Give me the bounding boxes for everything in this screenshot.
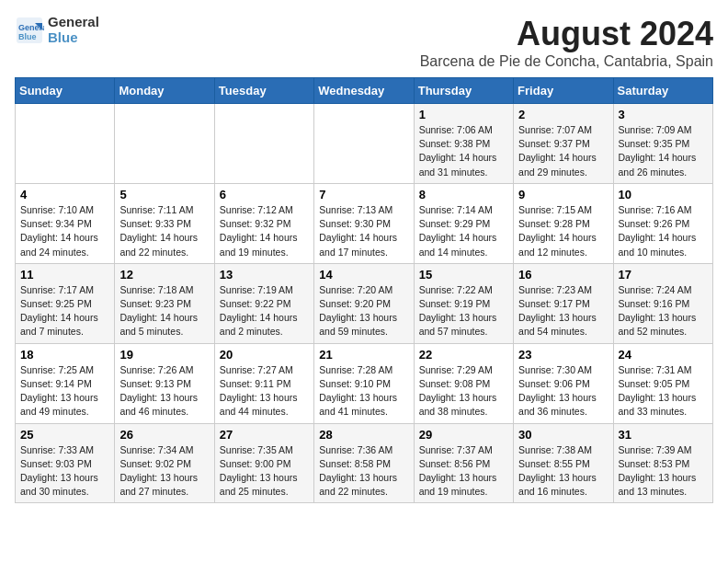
weekday-header-row: SundayMondayTuesdayWednesdayThursdayFrid… — [16, 78, 713, 104]
day-content: Sunrise: 7:09 AM Sunset: 9:35 PM Dayligh… — [619, 123, 708, 179]
day-number: 24 — [619, 348, 708, 362]
calendar-cell: 8Sunrise: 7:14 AM Sunset: 9:29 PM Daylig… — [414, 183, 513, 263]
day-content: Sunrise: 7:06 AM Sunset: 9:38 PM Dayligh… — [419, 123, 508, 179]
day-number: 31 — [619, 428, 708, 442]
day-content: Sunrise: 7:39 AM Sunset: 8:53 PM Dayligh… — [619, 443, 708, 500]
day-number: 13 — [220, 268, 309, 282]
day-content: Sunrise: 7:23 AM Sunset: 9:17 PM Dayligh… — [518, 283, 608, 339]
day-number: 23 — [518, 348, 608, 362]
calendar-week-row: 4Sunrise: 7:10 AM Sunset: 9:34 PM Daylig… — [16, 183, 713, 263]
weekday-header-friday: Friday — [514, 78, 613, 104]
weekday-header-thursday: Thursday — [414, 78, 513, 104]
calendar-cell: 3Sunrise: 7:09 AM Sunset: 9:35 PM Daylig… — [613, 104, 712, 184]
calendar-cell: 14Sunrise: 7:20 AM Sunset: 9:20 PM Dayli… — [314, 263, 414, 343]
day-number: 5 — [119, 188, 209, 201]
logo-text-general: General — [48, 15, 99, 30]
day-number: 14 — [319, 268, 408, 282]
calendar-week-row: 11Sunrise: 7:17 AM Sunset: 9:25 PM Dayli… — [16, 263, 713, 343]
calendar-cell: 5Sunrise: 7:11 AM Sunset: 9:33 PM Daylig… — [115, 183, 214, 263]
calendar-cell: 25Sunrise: 7:33 AM Sunset: 9:03 PM Dayli… — [16, 423, 115, 503]
day-number: 22 — [419, 348, 508, 362]
calendar-week-row: 1Sunrise: 7:06 AM Sunset: 9:38 PM Daylig… — [16, 104, 713, 184]
calendar-cell: 6Sunrise: 7:12 AM Sunset: 9:32 PM Daylig… — [214, 183, 313, 263]
day-content: Sunrise: 7:28 AM Sunset: 9:10 PM Dayligh… — [319, 363, 408, 419]
day-content: Sunrise: 7:25 AM Sunset: 9:14 PM Dayligh… — [20, 363, 109, 419]
day-number: 11 — [20, 268, 109, 282]
day-number: 17 — [619, 268, 708, 282]
page-header: General Blue General Blue August 2024 Ba… — [15, 15, 713, 70]
day-content: Sunrise: 7:37 AM Sunset: 8:56 PM Dayligh… — [419, 443, 508, 500]
calendar-cell: 31Sunrise: 7:39 AM Sunset: 8:53 PM Dayli… — [613, 423, 712, 503]
calendar-table: SundayMondayTuesdayWednesdayThursdayFrid… — [15, 77, 713, 503]
day-content: Sunrise: 7:17 AM Sunset: 9:25 PM Dayligh… — [20, 283, 109, 339]
day-content: Sunrise: 7:13 AM Sunset: 9:30 PM Dayligh… — [319, 203, 408, 259]
day-number: 18 — [20, 348, 109, 362]
calendar-cell: 23Sunrise: 7:30 AM Sunset: 9:06 PM Dayli… — [514, 343, 613, 423]
calendar-cell: 19Sunrise: 7:26 AM Sunset: 9:13 PM Dayli… — [115, 343, 214, 423]
calendar-cell: 4Sunrise: 7:10 AM Sunset: 9:34 PM Daylig… — [16, 183, 115, 263]
calendar-cell — [115, 104, 214, 184]
day-number: 2 — [518, 108, 608, 121]
weekday-header-sunday: Sunday — [16, 78, 115, 104]
weekday-header-saturday: Saturday — [613, 78, 712, 104]
day-number: 7 — [319, 188, 408, 201]
calendar-cell: 1Sunrise: 7:06 AM Sunset: 9:38 PM Daylig… — [414, 104, 513, 184]
calendar-cell: 28Sunrise: 7:36 AM Sunset: 8:58 PM Dayli… — [314, 423, 414, 503]
calendar-cell: 17Sunrise: 7:24 AM Sunset: 9:16 PM Dayli… — [613, 263, 712, 343]
calendar-cell: 11Sunrise: 7:17 AM Sunset: 9:25 PM Dayli… — [16, 263, 115, 343]
day-number: 30 — [518, 428, 608, 442]
day-content: Sunrise: 7:12 AM Sunset: 9:32 PM Dayligh… — [220, 203, 309, 259]
day-number: 28 — [319, 428, 408, 442]
calendar-week-row: 18Sunrise: 7:25 AM Sunset: 9:14 PM Dayli… — [16, 343, 713, 423]
calendar-cell: 15Sunrise: 7:22 AM Sunset: 9:19 PM Dayli… — [414, 263, 513, 343]
calendar-cell: 26Sunrise: 7:34 AM Sunset: 9:02 PM Dayli… — [115, 423, 214, 503]
calendar-cell — [16, 104, 115, 184]
day-number: 27 — [220, 428, 309, 442]
weekday-header-tuesday: Tuesday — [214, 78, 313, 104]
calendar-cell — [214, 104, 313, 184]
weekday-header-wednesday: Wednesday — [314, 78, 414, 104]
calendar-cell: 13Sunrise: 7:19 AM Sunset: 9:22 PM Dayli… — [214, 263, 313, 343]
day-content: Sunrise: 7:22 AM Sunset: 9:19 PM Dayligh… — [419, 283, 508, 339]
calendar-cell: 9Sunrise: 7:15 AM Sunset: 9:28 PM Daylig… — [514, 183, 613, 263]
day-content: Sunrise: 7:36 AM Sunset: 8:58 PM Dayligh… — [319, 443, 408, 500]
day-content: Sunrise: 7:24 AM Sunset: 9:16 PM Dayligh… — [619, 283, 708, 339]
logo: General Blue General Blue — [15, 15, 99, 45]
day-number: 19 — [119, 348, 209, 362]
day-content: Sunrise: 7:19 AM Sunset: 9:22 PM Dayligh… — [220, 283, 309, 339]
calendar-cell: 2Sunrise: 7:07 AM Sunset: 9:37 PM Daylig… — [514, 104, 613, 184]
day-content: Sunrise: 7:31 AM Sunset: 9:05 PM Dayligh… — [619, 363, 708, 419]
day-content: Sunrise: 7:33 AM Sunset: 9:03 PM Dayligh… — [20, 443, 109, 500]
calendar-cell: 24Sunrise: 7:31 AM Sunset: 9:05 PM Dayli… — [613, 343, 712, 423]
calendar-cell: 20Sunrise: 7:27 AM Sunset: 9:11 PM Dayli… — [214, 343, 313, 423]
calendar-cell: 27Sunrise: 7:35 AM Sunset: 9:00 PM Dayli… — [214, 423, 313, 503]
day-number: 15 — [419, 268, 508, 282]
day-number: 25 — [20, 428, 109, 442]
day-number: 9 — [518, 188, 608, 201]
location-subtitle: Barcena de Pie de Concha, Cantabria, Spa… — [420, 53, 713, 70]
day-number: 10 — [619, 188, 708, 201]
day-content: Sunrise: 7:30 AM Sunset: 9:06 PM Dayligh… — [518, 363, 608, 419]
calendar-cell: 22Sunrise: 7:29 AM Sunset: 9:08 PM Dayli… — [414, 343, 513, 423]
calendar-cell: 7Sunrise: 7:13 AM Sunset: 9:30 PM Daylig… — [314, 183, 414, 263]
calendar-cell: 12Sunrise: 7:18 AM Sunset: 9:23 PM Dayli… — [115, 263, 214, 343]
day-number: 29 — [419, 428, 508, 442]
day-number: 4 — [20, 188, 109, 201]
calendar-cell: 10Sunrise: 7:16 AM Sunset: 9:26 PM Dayli… — [613, 183, 712, 263]
day-content: Sunrise: 7:16 AM Sunset: 9:26 PM Dayligh… — [619, 203, 708, 259]
day-number: 21 — [319, 348, 408, 362]
calendar-cell: 18Sunrise: 7:25 AM Sunset: 9:14 PM Dayli… — [16, 343, 115, 423]
day-content: Sunrise: 7:38 AM Sunset: 8:55 PM Dayligh… — [518, 443, 608, 500]
logo-text-blue: Blue — [48, 30, 99, 46]
logo-icon: General Blue — [15, 16, 44, 45]
svg-text:Blue: Blue — [18, 32, 37, 41]
day-content: Sunrise: 7:35 AM Sunset: 9:00 PM Dayligh… — [220, 443, 309, 500]
day-number: 20 — [220, 348, 309, 362]
calendar-cell: 21Sunrise: 7:28 AM Sunset: 9:10 PM Dayli… — [314, 343, 414, 423]
day-number: 16 — [518, 268, 608, 282]
day-content: Sunrise: 7:29 AM Sunset: 9:08 PM Dayligh… — [419, 363, 508, 419]
day-content: Sunrise: 7:20 AM Sunset: 9:20 PM Dayligh… — [319, 283, 408, 339]
day-content: Sunrise: 7:15 AM Sunset: 9:28 PM Dayligh… — [518, 203, 608, 259]
day-content: Sunrise: 7:34 AM Sunset: 9:02 PM Dayligh… — [119, 443, 209, 500]
weekday-header-monday: Monday — [115, 78, 214, 104]
